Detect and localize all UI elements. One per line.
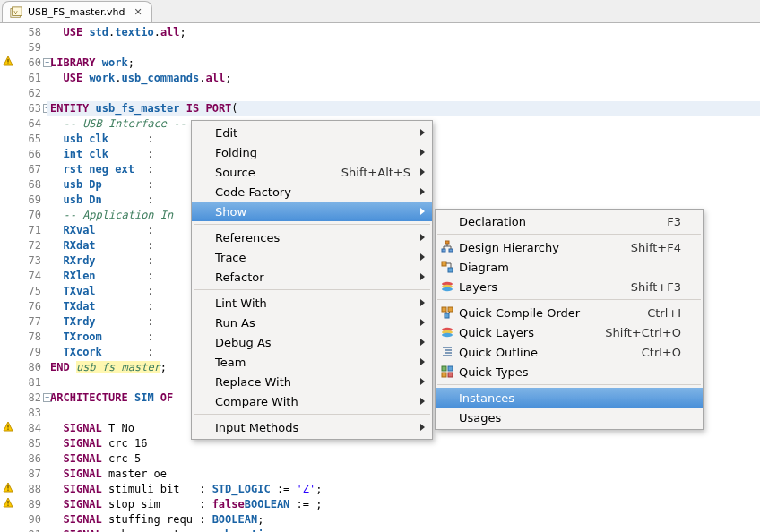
context-menu[interactable]: EditFoldingSourceShift+Alt+SCode Factory… xyxy=(191,120,433,440)
svg-rect-14 xyxy=(442,262,446,266)
show-submenu[interactable]: DeclarationF3Design HierarchyShift+F4Dia… xyxy=(435,209,704,430)
line-number: 70 xyxy=(16,208,41,223)
menu-item-label: Quick Compile Order xyxy=(459,306,647,320)
code-line[interactable]: SIGNAL master oe xyxy=(47,467,760,482)
line-number: 82− xyxy=(16,390,41,406)
code-line[interactable]: ENTITY usb_fs_master IS PORT( xyxy=(47,101,760,116)
warning-icon[interactable] xyxy=(0,482,16,497)
menu-item-label: Quick Outline xyxy=(459,346,642,359)
line-number: 77 xyxy=(16,314,41,330)
menu-item-code-factory[interactable]: Code Factory xyxy=(192,182,432,202)
menu-item-source[interactable]: SourceShift+Alt+S xyxy=(192,162,432,182)
svg-rect-7 xyxy=(7,485,8,489)
submenu-arrow-icon xyxy=(420,339,425,346)
submenu-item-quick-compile-order[interactable]: Quick Compile OrderCtrl+I xyxy=(436,303,703,322)
line-number: 69 xyxy=(16,193,41,208)
submenu-item-layers[interactable]: LayersShift+F3 xyxy=(436,277,703,296)
menu-item-shortcut: Shift+Alt+S xyxy=(341,166,423,179)
submenu-item-quick-layers[interactable]: Quick LayersShift+Ctrl+O xyxy=(436,322,703,342)
menu-item-trace[interactable]: Trace xyxy=(192,247,432,267)
submenu-item-declaration[interactable]: DeclarationF3 xyxy=(436,211,703,231)
menu-item-shortcut: Shift+F3 xyxy=(631,280,694,294)
line-number: 63− xyxy=(16,101,41,116)
code-line[interactable]: SIGNAL crc 5 xyxy=(47,451,760,467)
menu-separator xyxy=(437,299,701,300)
code-line[interactable]: USE work.usb_commands.all; xyxy=(47,71,760,86)
submenu-item-usages[interactable]: Usages xyxy=(436,408,703,427)
diagram-icon xyxy=(440,260,454,274)
menu-item-shortcut: Ctrl+I xyxy=(647,306,694,320)
svg-rect-3 xyxy=(7,59,8,63)
submenu-arrow-icon xyxy=(420,319,425,326)
code-line[interactable]: USE std.textio.all; xyxy=(47,25,760,40)
code-line[interactable]: SIGNAL stop sim : falseBOOLEAN := ; xyxy=(47,497,760,512)
submenu-arrow-icon xyxy=(420,168,425,176)
menu-item-input-methods[interactable]: Input Methods xyxy=(192,417,432,437)
menu-item-lint-with[interactable]: Lint With xyxy=(192,293,432,313)
menu-item-references[interactable]: References xyxy=(192,227,432,247)
menu-separator xyxy=(437,384,701,385)
code-line[interactable]: SIGNAL stimuli bit : STD_LOGIC := 'Z'; xyxy=(47,482,760,497)
svg-rect-15 xyxy=(448,268,453,272)
menu-separator xyxy=(194,224,430,225)
code-line[interactable]: SIGNAL usb request : usb_action; xyxy=(47,528,760,532)
svg-rect-21 xyxy=(445,313,449,318)
submenu-arrow-icon xyxy=(420,378,425,385)
line-number: 83 xyxy=(16,406,41,421)
editor-tab[interactable]: V USB_FS_master.vhd ✕ xyxy=(2,1,152,22)
submenu-item-quick-types[interactable]: Quick Types xyxy=(436,362,703,382)
tab-bar: V USB_FS_master.vhd ✕ xyxy=(0,0,760,23)
menu-item-label: Debug As xyxy=(215,336,423,349)
menu-item-label: Refactor xyxy=(215,270,423,284)
close-icon[interactable]: ✕ xyxy=(130,6,142,18)
code-line[interactable] xyxy=(47,86,760,101)
menu-item-team[interactable]: Team xyxy=(192,352,432,372)
menu-item-debug-as[interactable]: Debug As xyxy=(192,332,432,352)
menu-item-edit[interactable]: Edit xyxy=(192,123,432,142)
menu-item-refactor[interactable]: Refactor xyxy=(192,267,432,287)
submenu-item-instances[interactable]: Instances xyxy=(436,388,703,408)
svg-rect-8 xyxy=(7,490,8,491)
menu-item-label: Replace With xyxy=(215,375,423,389)
submenu-arrow-icon xyxy=(420,299,425,306)
line-number: 74 xyxy=(16,269,41,284)
code-line[interactable]: SIGNAL stuffing requ : BOOLEAN; xyxy=(47,512,760,528)
menu-item-shortcut: F3 xyxy=(667,215,694,228)
menu-item-replace-with[interactable]: Replace With xyxy=(192,372,432,391)
submenu-item-diagram[interactable]: Diagram xyxy=(436,257,703,277)
menu-item-folding[interactable]: Folding xyxy=(192,142,432,162)
line-number: 65 xyxy=(16,132,41,147)
svg-rect-27 xyxy=(442,373,446,377)
menu-item-label: Lint With xyxy=(215,296,423,310)
warning-icon[interactable] xyxy=(0,421,16,436)
line-number: 79 xyxy=(16,345,41,360)
svg-point-24 xyxy=(442,333,453,337)
menu-item-label: Folding xyxy=(215,146,423,159)
menu-item-compare-with[interactable]: Compare With xyxy=(192,391,432,411)
compile-icon xyxy=(440,305,454,320)
code-line[interactable]: LIBRARY work; xyxy=(47,56,760,71)
line-number: 85 xyxy=(16,436,41,451)
code-line[interactable] xyxy=(47,40,760,56)
line-number: 91 xyxy=(16,528,41,532)
line-number: 73 xyxy=(16,253,41,269)
hierarchy-icon xyxy=(440,240,454,254)
outline-icon xyxy=(440,345,454,359)
svg-rect-9 xyxy=(7,501,8,504)
submenu-item-quick-outline[interactable]: Quick OutlineCtrl+O xyxy=(436,342,703,362)
warning-icon[interactable] xyxy=(0,56,16,71)
line-number: 90 xyxy=(16,512,41,528)
svg-rect-13 xyxy=(449,249,453,252)
layers-icon xyxy=(440,279,454,294)
menu-item-show[interactable]: Show xyxy=(192,202,432,221)
warning-icon[interactable] xyxy=(0,497,16,512)
svg-rect-4 xyxy=(7,64,8,64)
submenu-arrow-icon xyxy=(420,273,425,280)
menu-item-label: Instances xyxy=(459,391,694,405)
submenu-arrow-icon xyxy=(420,188,425,195)
editor-tab-title: USB_FS_master.vhd xyxy=(28,6,125,18)
menu-item-label: Layers xyxy=(459,280,631,294)
line-number: 88 xyxy=(16,482,41,497)
submenu-item-design-hierarchy[interactable]: Design HierarchyShift+F4 xyxy=(436,237,703,257)
menu-item-run-as[interactable]: Run As xyxy=(192,313,432,332)
